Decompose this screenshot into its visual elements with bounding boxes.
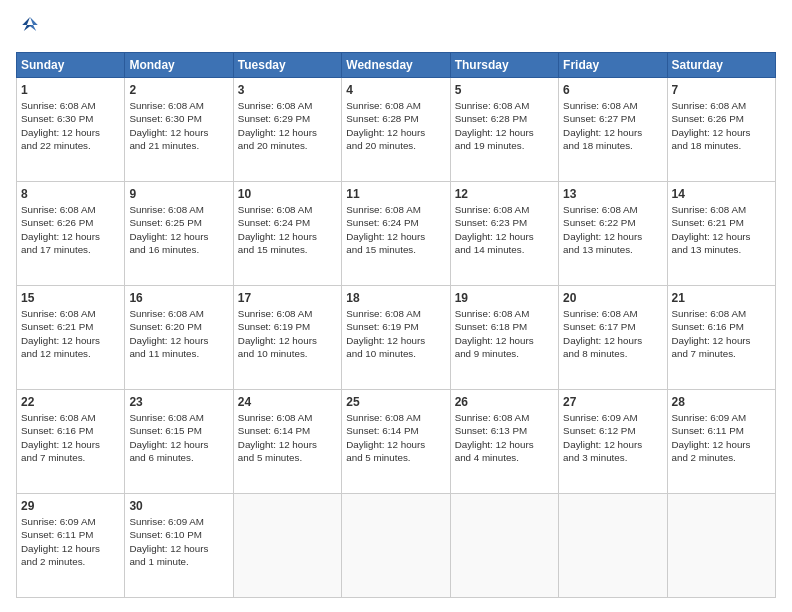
calendar-cell: 3Sunrise: 6:08 AM Sunset: 6:29 PM Daylig… (233, 78, 341, 182)
day-info: Sunrise: 6:08 AM Sunset: 6:20 PM Dayligh… (129, 307, 228, 360)
day-info: Sunrise: 6:08 AM Sunset: 6:26 PM Dayligh… (21, 203, 120, 256)
calendar-cell: 13Sunrise: 6:08 AM Sunset: 6:22 PM Dayli… (559, 182, 667, 286)
day-header-sunday: Sunday (17, 53, 125, 78)
calendar-cell (342, 494, 450, 598)
day-info: Sunrise: 6:08 AM Sunset: 6:24 PM Dayligh… (238, 203, 337, 256)
day-number: 10 (238, 186, 337, 202)
day-info: Sunrise: 6:08 AM Sunset: 6:13 PM Dayligh… (455, 411, 554, 464)
day-number: 24 (238, 394, 337, 410)
day-info: Sunrise: 6:08 AM Sunset: 6:26 PM Dayligh… (672, 99, 771, 152)
day-header-wednesday: Wednesday (342, 53, 450, 78)
day-info: Sunrise: 6:08 AM Sunset: 6:24 PM Dayligh… (346, 203, 445, 256)
calendar-cell: 21Sunrise: 6:08 AM Sunset: 6:16 PM Dayli… (667, 286, 775, 390)
day-number: 8 (21, 186, 120, 202)
day-number: 18 (346, 290, 445, 306)
day-info: Sunrise: 6:08 AM Sunset: 6:28 PM Dayligh… (346, 99, 445, 152)
day-info: Sunrise: 6:09 AM Sunset: 6:10 PM Dayligh… (129, 515, 228, 568)
calendar-cell: 22Sunrise: 6:08 AM Sunset: 6:16 PM Dayli… (17, 390, 125, 494)
calendar-cell (667, 494, 775, 598)
day-info: Sunrise: 6:08 AM Sunset: 6:15 PM Dayligh… (129, 411, 228, 464)
calendar-cell: 5Sunrise: 6:08 AM Sunset: 6:28 PM Daylig… (450, 78, 558, 182)
calendar-cell: 14Sunrise: 6:08 AM Sunset: 6:21 PM Dayli… (667, 182, 775, 286)
day-number: 15 (21, 290, 120, 306)
calendar-cell: 11Sunrise: 6:08 AM Sunset: 6:24 PM Dayli… (342, 182, 450, 286)
calendar-cell: 6Sunrise: 6:08 AM Sunset: 6:27 PM Daylig… (559, 78, 667, 182)
day-number: 30 (129, 498, 228, 514)
day-info: Sunrise: 6:09 AM Sunset: 6:11 PM Dayligh… (672, 411, 771, 464)
day-info: Sunrise: 6:09 AM Sunset: 6:12 PM Dayligh… (563, 411, 662, 464)
calendar-cell: 20Sunrise: 6:08 AM Sunset: 6:17 PM Dayli… (559, 286, 667, 390)
day-info: Sunrise: 6:08 AM Sunset: 6:22 PM Dayligh… (563, 203, 662, 256)
day-info: Sunrise: 6:08 AM Sunset: 6:14 PM Dayligh… (238, 411, 337, 464)
day-number: 25 (346, 394, 445, 410)
logo-bird-icon (16, 14, 44, 42)
day-header-thursday: Thursday (450, 53, 558, 78)
week-row-1: 1Sunrise: 6:08 AM Sunset: 6:30 PM Daylig… (17, 78, 776, 182)
calendar-cell (450, 494, 558, 598)
week-row-3: 15Sunrise: 6:08 AM Sunset: 6:21 PM Dayli… (17, 286, 776, 390)
calendar-cell: 15Sunrise: 6:08 AM Sunset: 6:21 PM Dayli… (17, 286, 125, 390)
day-number: 11 (346, 186, 445, 202)
day-number: 9 (129, 186, 228, 202)
calendar-cell: 30Sunrise: 6:09 AM Sunset: 6:10 PM Dayli… (125, 494, 233, 598)
day-number: 5 (455, 82, 554, 98)
day-number: 17 (238, 290, 337, 306)
calendar-table: SundayMondayTuesdayWednesdayThursdayFrid… (16, 52, 776, 598)
day-number: 14 (672, 186, 771, 202)
day-info: Sunrise: 6:08 AM Sunset: 6:29 PM Dayligh… (238, 99, 337, 152)
day-number: 28 (672, 394, 771, 410)
calendar-cell: 25Sunrise: 6:08 AM Sunset: 6:14 PM Dayli… (342, 390, 450, 494)
day-number: 27 (563, 394, 662, 410)
day-number: 19 (455, 290, 554, 306)
calendar-cell: 12Sunrise: 6:08 AM Sunset: 6:23 PM Dayli… (450, 182, 558, 286)
calendar-cell: 19Sunrise: 6:08 AM Sunset: 6:18 PM Dayli… (450, 286, 558, 390)
day-info: Sunrise: 6:08 AM Sunset: 6:25 PM Dayligh… (129, 203, 228, 256)
calendar-cell: 17Sunrise: 6:08 AM Sunset: 6:19 PM Dayli… (233, 286, 341, 390)
day-number: 7 (672, 82, 771, 98)
day-number: 16 (129, 290, 228, 306)
calendar-cell: 16Sunrise: 6:08 AM Sunset: 6:20 PM Dayli… (125, 286, 233, 390)
day-number: 26 (455, 394, 554, 410)
day-number: 20 (563, 290, 662, 306)
day-info: Sunrise: 6:08 AM Sunset: 6:30 PM Dayligh… (21, 99, 120, 152)
calendar-cell: 23Sunrise: 6:08 AM Sunset: 6:15 PM Dayli… (125, 390, 233, 494)
day-info: Sunrise: 6:08 AM Sunset: 6:14 PM Dayligh… (346, 411, 445, 464)
day-info: Sunrise: 6:08 AM Sunset: 6:19 PM Dayligh… (238, 307, 337, 360)
calendar-header-row: SundayMondayTuesdayWednesdayThursdayFrid… (17, 53, 776, 78)
calendar-cell: 9Sunrise: 6:08 AM Sunset: 6:25 PM Daylig… (125, 182, 233, 286)
day-info: Sunrise: 6:08 AM Sunset: 6:28 PM Dayligh… (455, 99, 554, 152)
day-number: 13 (563, 186, 662, 202)
day-info: Sunrise: 6:08 AM Sunset: 6:21 PM Dayligh… (672, 203, 771, 256)
logo (16, 14, 48, 42)
day-header-monday: Monday (125, 53, 233, 78)
calendar-cell: 7Sunrise: 6:08 AM Sunset: 6:26 PM Daylig… (667, 78, 775, 182)
week-row-5: 29Sunrise: 6:09 AM Sunset: 6:11 PM Dayli… (17, 494, 776, 598)
calendar-cell: 29Sunrise: 6:09 AM Sunset: 6:11 PM Dayli… (17, 494, 125, 598)
day-info: Sunrise: 6:08 AM Sunset: 6:16 PM Dayligh… (672, 307, 771, 360)
week-row-4: 22Sunrise: 6:08 AM Sunset: 6:16 PM Dayli… (17, 390, 776, 494)
calendar-cell (559, 494, 667, 598)
day-info: Sunrise: 6:08 AM Sunset: 6:17 PM Dayligh… (563, 307, 662, 360)
day-header-friday: Friday (559, 53, 667, 78)
calendar-cell: 28Sunrise: 6:09 AM Sunset: 6:11 PM Dayli… (667, 390, 775, 494)
calendar-cell: 26Sunrise: 6:08 AM Sunset: 6:13 PM Dayli… (450, 390, 558, 494)
calendar-cell: 27Sunrise: 6:09 AM Sunset: 6:12 PM Dayli… (559, 390, 667, 494)
calendar-cell (233, 494, 341, 598)
day-info: Sunrise: 6:08 AM Sunset: 6:27 PM Dayligh… (563, 99, 662, 152)
day-info: Sunrise: 6:08 AM Sunset: 6:30 PM Dayligh… (129, 99, 228, 152)
day-number: 1 (21, 82, 120, 98)
calendar-cell: 24Sunrise: 6:08 AM Sunset: 6:14 PM Dayli… (233, 390, 341, 494)
calendar-cell: 2Sunrise: 6:08 AM Sunset: 6:30 PM Daylig… (125, 78, 233, 182)
calendar-cell: 18Sunrise: 6:08 AM Sunset: 6:19 PM Dayli… (342, 286, 450, 390)
calendar-cell: 4Sunrise: 6:08 AM Sunset: 6:28 PM Daylig… (342, 78, 450, 182)
day-number: 3 (238, 82, 337, 98)
day-info: Sunrise: 6:08 AM Sunset: 6:19 PM Dayligh… (346, 307, 445, 360)
day-number: 6 (563, 82, 662, 98)
svg-marker-1 (22, 17, 31, 31)
day-number: 2 (129, 82, 228, 98)
day-header-tuesday: Tuesday (233, 53, 341, 78)
day-header-saturday: Saturday (667, 53, 775, 78)
calendar-cell: 10Sunrise: 6:08 AM Sunset: 6:24 PM Dayli… (233, 182, 341, 286)
day-number: 23 (129, 394, 228, 410)
calendar-cell: 1Sunrise: 6:08 AM Sunset: 6:30 PM Daylig… (17, 78, 125, 182)
